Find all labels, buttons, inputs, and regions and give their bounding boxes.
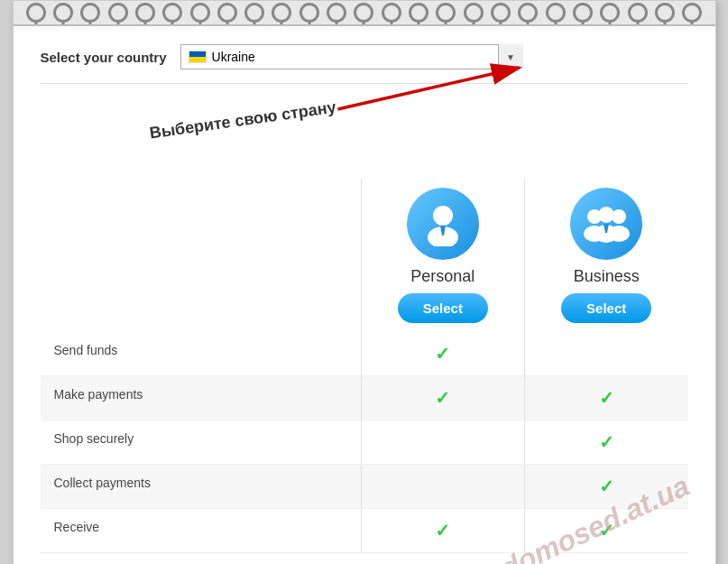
spiral-18	[491, 3, 511, 23]
spiral-3	[80, 3, 100, 23]
business-check-cell	[524, 332, 687, 376]
spiral-11	[299, 3, 319, 23]
check-icon: ✓	[599, 476, 614, 496]
table-row: Receive✓✓	[41, 509, 688, 553]
spiral-16	[436, 3, 456, 23]
spiral-9	[244, 3, 264, 23]
country-label: Select your country	[41, 50, 167, 65]
svg-point-9	[598, 207, 614, 223]
feature-name: Receive	[41, 509, 362, 553]
check-icon: ✓	[599, 432, 614, 452]
notebook-content: Select your country Ukraine ▼ Выберите с…	[14, 26, 715, 564]
spiral-23	[628, 3, 648, 23]
spiral-24	[655, 3, 675, 23]
business-select-button[interactable]: Select	[561, 293, 651, 323]
spiral-2	[53, 3, 73, 23]
personal-check-cell: ✓	[361, 509, 524, 553]
feature-name: Collect payments	[41, 465, 362, 509]
group-svg-icon	[582, 201, 631, 246]
annotation-area: Выберите свою страну	[41, 97, 688, 170]
spiral-20	[546, 3, 566, 23]
spiral-binding	[14, 1, 715, 26]
comparison-table: Personal Select	[41, 179, 688, 553]
spiral-4	[108, 3, 128, 23]
personal-icon	[366, 188, 520, 260]
spiral-14	[382, 3, 401, 23]
table-row: Shop securely✓	[41, 421, 688, 465]
business-check-cell: ✓	[524, 465, 687, 509]
spiral-25	[682, 3, 702, 23]
svg-line-1	[337, 68, 519, 109]
personal-select-button[interactable]: Select	[398, 293, 488, 323]
personal-check-cell	[361, 465, 524, 509]
selected-country-text: Ukraine	[212, 50, 255, 64]
spiral-7	[190, 3, 210, 23]
spiral-10	[272, 3, 291, 23]
empty-header-cell	[41, 179, 362, 332]
spiral-1	[26, 3, 46, 23]
table-row: Make payments✓✓	[41, 376, 688, 421]
red-arrow-icon	[327, 57, 535, 120]
personal-check-cell: ✓	[361, 332, 524, 376]
spiral-6	[162, 3, 182, 23]
check-icon: ✓	[435, 388, 450, 408]
business-icon	[530, 188, 684, 260]
business-check-cell: ✓	[524, 421, 687, 465]
spiral-21	[573, 3, 593, 23]
spiral-8	[217, 3, 237, 23]
spiral-12	[327, 3, 346, 23]
spiral-13	[354, 3, 373, 23]
svg-point-2	[433, 206, 453, 226]
feature-name: Send funds	[41, 332, 362, 376]
check-icon: ✓	[435, 521, 450, 541]
table-row: Send funds✓	[41, 332, 688, 376]
spiral-19	[518, 3, 538, 23]
business-header: Business Select	[524, 179, 687, 332]
personal-check-cell	[361, 421, 524, 465]
table-header-row: Personal Select	[41, 179, 688, 332]
spiral-15	[409, 3, 429, 23]
feature-name: Make payments	[41, 376, 362, 421]
check-icon: ✓	[435, 344, 450, 364]
feature-name: Shop securely	[41, 421, 362, 465]
business-label: Business	[530, 267, 684, 286]
personal-label: Personal	[366, 267, 520, 286]
personal-header: Personal Select	[361, 179, 524, 332]
spiral-5	[135, 3, 155, 23]
ukraine-flag	[189, 51, 207, 63]
check-icon: ✓	[599, 521, 614, 541]
business-check-cell: ✓	[524, 509, 687, 553]
spiral-17	[464, 3, 484, 23]
check-icon: ✓	[599, 388, 614, 408]
business-check-cell: ✓	[524, 376, 687, 421]
notebook-container: Select your country Ukraine ▼ Выберите с…	[13, 0, 716, 564]
spiral-22	[600, 3, 620, 23]
table-row: Collect payments✓	[41, 465, 688, 509]
annotation-text: Выберите свою страну	[148, 98, 336, 143]
person-svg-icon	[420, 201, 465, 246]
personal-check-cell: ✓	[361, 376, 524, 421]
